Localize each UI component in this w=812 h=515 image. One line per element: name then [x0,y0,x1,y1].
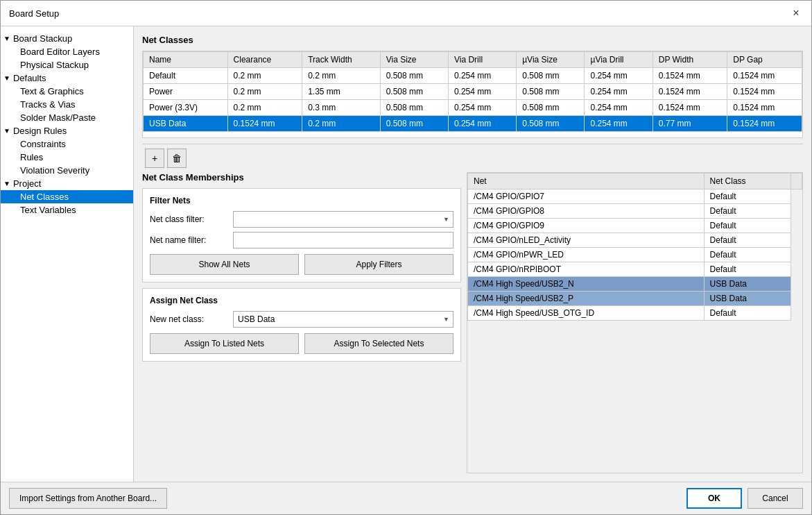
import-settings-button[interactable]: Import Settings from Another Board... [9,488,167,509]
net-class-cell: USB Data [704,277,791,292]
ok-button[interactable]: OK [686,488,742,509]
sidebar-item-tracks-vias[interactable]: Tracks & Vias [1,98,133,111]
assign-listed-nets-button[interactable]: Assign To Listed Nets [150,333,299,354]
apply-filters-button[interactable]: Apply Filters [304,254,453,275]
table-cell: 0.254 mm [448,116,516,132]
table-cell: 0.1524 mm [653,100,727,116]
sidebar-group-stackup: ▼ Board Stackup Board Editor Layers Phys… [1,32,133,71]
table-cell: 0.1524 mm [727,116,802,132]
sidebar-item-violation-severity[interactable]: Violation Severity [1,164,133,177]
filter-section: Filter Nets Net class filter: Net name f… [142,188,461,282]
col-uvia-size: µVia Size [517,52,585,68]
sidebar-group-header-project[interactable]: ▼ Project [1,177,133,190]
table-cell: 0.508 mm [517,84,585,100]
sidebar-group-defaults: ▼ Defaults Text & Graphics Tracks & Vias… [1,71,133,124]
add-net-class-button[interactable]: + [145,149,164,168]
sidebar-item-physical-stackup[interactable]: Physical Stackup [1,58,133,71]
table-row[interactable]: USB Data0.1524 mm0.2 mm0.508 mm0.254 mm0… [144,116,802,132]
net-class-cell: Default [704,189,791,204]
new-net-class-select[interactable]: USB Data Default Power Power (3.3V) [233,311,453,328]
list-item[interactable]: /CM4 GPIO/GPIO7Default [468,189,802,204]
cancel-button[interactable]: Cancel [748,488,803,509]
net-list-container[interactable]: Net Net Class /CM4 GPIO/GPIO7Default/CM4… [467,172,803,473]
net-name-cell: /CM4 High Speed/USB_OTG_ID [468,306,705,321]
list-item[interactable]: /CM4 GPIO/GPIO9Default [468,219,802,233]
net-classes-table: Name Clearance Track Width Via Size Via … [143,51,802,132]
net-name-cell: /CM4 GPIO/GPIO7 [468,189,705,204]
sidebar-group-label-stackup: Board Stackup [13,33,72,44]
list-item[interactable]: /CM4 GPIO/nRPIBOOTDefault [468,262,802,277]
table-cell: 0.508 mm [380,68,448,84]
arrow-icon-project: ▼ [3,180,10,187]
name-filter-input[interactable] [233,232,453,248]
arrow-icon-design-rules: ▼ [3,127,10,135]
table-cell: 1.35 mm [302,84,381,100]
delete-net-class-button[interactable]: 🗑 [167,149,187,168]
table-row[interactable]: Power (3.3V)0.2 mm0.3 mm0.508 mm0.254 mm… [144,100,802,116]
net-name-cell: /CM4 GPIO/nRPIBOOT [468,262,705,277]
net-class-cell: Default [704,262,791,277]
list-item[interactable]: /CM4 High Speed/USB_OTG_IDDefault [468,306,802,321]
col-track-width: Track Width [302,52,381,68]
sidebar-group-header-stackup[interactable]: ▼ Board Stackup [1,32,133,45]
net-class-cell: Default [704,248,791,262]
net-classes-title: Net Classes [142,35,803,45]
close-button[interactable]: × [789,6,803,20]
net-classes-toolbar: + 🗑 [142,144,803,172]
net-name-cell: /CM4 GPIO/GPIO8 [468,204,705,219]
assign-section: Assign Net Class New net class: USB Data… [142,288,461,362]
table-cell: 0.508 mm [517,100,585,116]
board-setup-window: Board Setup × ▼ Board Stackup Board Edit… [0,0,812,515]
col-clearance: Clearance [227,52,302,68]
sidebar-item-solder-mask[interactable]: Solder Mask/Paste [1,111,133,124]
sidebar-group-header-design-rules[interactable]: ▼ Design Rules [1,124,133,137]
arrow-icon-defaults: ▼ [3,74,10,82]
list-item[interactable]: /CM4 GPIO/nPWR_LEDDefault [468,248,802,262]
list-item[interactable]: /CM4 GPIO/GPIO8Default [468,204,802,219]
net-name-cell: /CM4 High Speed/USB2_P [468,292,705,306]
table-cell: 0.1524 mm [727,100,802,116]
new-net-class-row: New net class: USB Data Default Power Po… [150,311,453,328]
name-filter-row: Net name filter: [150,232,453,248]
table-cell: USB Data [144,116,228,132]
memberships-title: Net Class Memberships [142,172,461,183]
list-item[interactable]: /CM4 GPIO/nLED_ActivityDefault [468,233,802,248]
sidebar-group-header-defaults[interactable]: ▼ Defaults [1,71,133,85]
assign-selected-nets-button[interactable]: Assign To Selected Nets [304,333,453,354]
net-list-header: Net Net Class [468,174,802,189]
sidebar-item-board-editor-layers[interactable]: Board Editor Layers [1,45,133,58]
table-cell: 0.254 mm [448,84,516,100]
class-filter-select[interactable] [233,211,453,228]
table-row[interactable]: Power0.2 mm1.35 mm0.508 mm0.254 mm0.508 … [144,84,802,100]
main-panel: Net Classes Name Clearance Track Width V… [134,26,811,482]
table-cell: 0.508 mm [380,116,448,132]
table-cell: 0.2 mm [227,84,302,100]
scrollbar-header [791,174,802,189]
bottom-bar: Import Settings from Another Board... OK… [1,482,811,514]
left-panel: Net Class Memberships Filter Nets Net cl… [142,172,461,473]
sidebar-item-net-classes[interactable]: Net Classes [1,190,133,203]
sidebar-item-rules[interactable]: Rules [1,151,133,164]
show-all-nets-button[interactable]: Show All Nets [150,254,299,275]
name-filter-label: Net name filter: [150,235,233,245]
table-cell: 0.508 mm [380,100,448,116]
col-net: Net [468,174,705,189]
table-cell: 0.254 mm [448,100,516,116]
sidebar-group-label-defaults: Defaults [13,73,46,83]
net-class-cell: Default [704,233,791,248]
col-uvia-drill: µVia Drill [585,52,653,68]
sidebar-item-constraints[interactable]: Constraints [1,137,133,151]
list-item[interactable]: /CM4 High Speed/USB2_NUSB Data [468,277,802,292]
sidebar-item-text-variables[interactable]: Text Variables [1,203,133,217]
table-cell: 0.254 mm [585,100,653,116]
table-row[interactable]: Default0.2 mm0.2 mm0.508 mm0.254 mm0.508… [144,68,802,84]
table-cell: Default [144,68,228,84]
list-item[interactable]: /CM4 High Speed/USB2_PUSB Data [468,292,802,306]
table-cell: 0.254 mm [448,68,516,84]
sidebar: ▼ Board Stackup Board Editor Layers Phys… [1,26,134,482]
net-class-cell: USB Data [704,292,791,306]
filter-title: Filter Nets [150,196,453,205]
sidebar-item-text-graphics[interactable]: Text & Graphics [1,85,133,98]
class-filter-row: Net class filter: [150,211,453,228]
table-cell: 0.1524 mm [653,84,727,100]
